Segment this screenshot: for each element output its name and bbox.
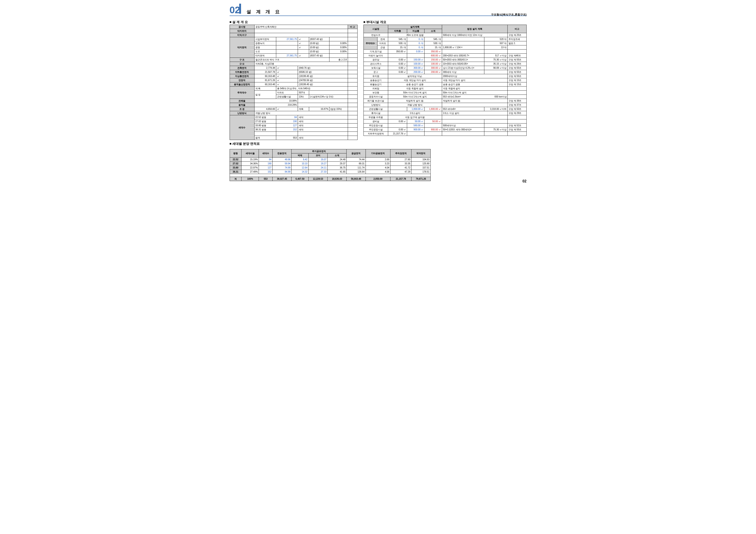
design-overview-table: 공사명공동주택 신축계획안비 고대지위치지역,지구대지면적사업부지면적27,56… <box>230 25 358 140</box>
page-number: 02 <box>523 179 526 183</box>
title-bar: 02 설 계 개 요 <box>230 5 526 16</box>
page-title: 설 계 개 요 <box>242 9 282 15</box>
title-number: 02 <box>230 5 240 15</box>
section-heading-facility: 부대시설 개요 <box>364 20 526 24</box>
structure-note: 구조형식(벽식구조,혼합구조) <box>491 13 526 17</box>
facility-table: 시설명설치계획법정 설치 계획비고지하층지상층소계진입도로35m 도로에 접합5… <box>364 25 526 136</box>
section-heading-area: 세대별 분양 면적표 <box>230 142 526 146</box>
area-table: 평형세대비율세대수전용면적주거공유면적공급면적기타공용면적주차장면적계약면적벽체… <box>230 149 431 181</box>
section-heading-design: 설 계 개 요 <box>230 20 358 24</box>
page: 02 설 계 개 요 구조형식(벽식구조,혼합구조) 설 계 개 요 공사명공동… <box>221 0 536 186</box>
